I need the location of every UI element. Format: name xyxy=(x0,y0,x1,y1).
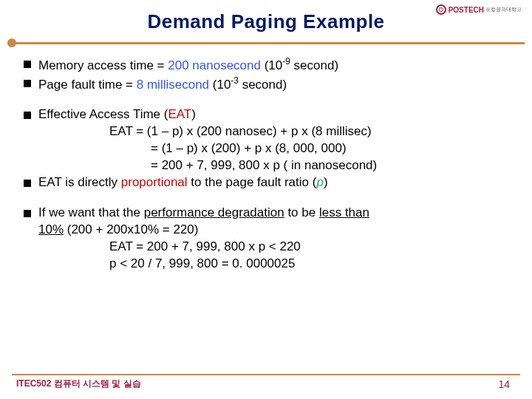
underline-text: performance degradation xyxy=(144,205,284,219)
text: If we want that the xyxy=(38,205,144,219)
logo-text: POSTECH xyxy=(449,6,484,14)
title-rule xyxy=(0,38,532,48)
slide-content: Memory access time = 200 nanosecond (10-… xyxy=(0,48,532,273)
eat-formula-line-1: EAT = (1 – p) x (200 nanosec) + p x (8 m… xyxy=(24,123,508,140)
eat-formula-line-2: = (1 – p) x (200) + p x (8, 000, 000) xyxy=(24,140,508,157)
underline-text: less than xyxy=(319,205,369,219)
seal-icon xyxy=(436,4,446,15)
bullet-icon xyxy=(24,112,31,119)
value: 200 nanosecond xyxy=(168,58,261,72)
text: ) xyxy=(324,175,328,189)
bullet-proportional: EAT is directly proportional to the page… xyxy=(24,174,508,191)
bullet-degradation: If we want that the performance degradat… xyxy=(24,205,508,239)
bullet-icon xyxy=(24,210,31,217)
bullet-page-fault: Page fault time = 8 millisecond (10-3 se… xyxy=(24,75,508,94)
text: ) xyxy=(191,107,196,121)
emphasis-proportional: proportional xyxy=(121,175,188,189)
value: 8 millisecond xyxy=(137,77,209,91)
degradation-calc-line-1: EAT = 200 + 7, 999, 800 x p < 220 xyxy=(24,239,508,256)
text: (10 xyxy=(261,58,282,72)
bullet-memory-access: Memory access time = 200 nanosecond (10-… xyxy=(24,55,508,75)
text: second) xyxy=(290,58,338,72)
bullet-eat-heading: Effective Access Time (EAT) xyxy=(24,106,508,123)
bullet-icon xyxy=(24,61,31,68)
variable-p: p xyxy=(316,175,323,189)
eat-label: EAT xyxy=(168,107,191,121)
text: Page fault time = xyxy=(38,77,137,91)
degradation-calc-line-2: p < 20 / 7, 999, 800 = 0. 0000025 xyxy=(24,256,508,273)
eat-formula-line-3: = 200 + 7, 999, 800 x p ( in nanosecond) xyxy=(24,157,508,174)
text: Memory access time = xyxy=(38,58,168,72)
logo-subtext: 포항공과대학교 xyxy=(485,6,522,13)
text: (10 xyxy=(209,77,231,91)
bullet-icon xyxy=(24,180,31,187)
text: to be xyxy=(284,205,319,219)
footer-page-number: 14 xyxy=(498,378,510,390)
exponent: -3 xyxy=(231,75,239,86)
text: (200 + 200x10% = 220) xyxy=(64,222,198,236)
text: second) xyxy=(239,77,287,91)
text: Effective Access Time ( xyxy=(38,107,168,121)
text: EAT is directly xyxy=(38,175,121,189)
bullet-icon xyxy=(24,80,31,87)
brand-logo: POSTECH 포항공과대학교 xyxy=(436,4,522,15)
underline-text: 10% xyxy=(38,222,64,236)
footer-course-code: ITEC502 컴퓨터 시스템 및 실습 xyxy=(16,378,141,390)
text: to the page fault ratio ( xyxy=(188,175,317,189)
exponent: -9 xyxy=(282,56,290,66)
footer-rule xyxy=(12,374,520,375)
